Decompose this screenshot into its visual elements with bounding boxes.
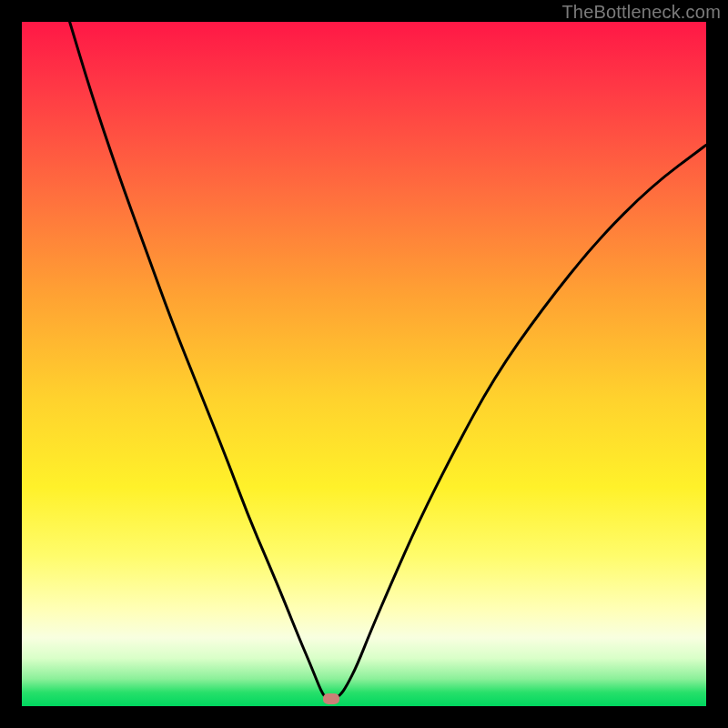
curve-svg (22, 22, 706, 706)
chart-frame: TheBottleneck.com (0, 0, 728, 728)
minimum-marker (323, 693, 339, 704)
plot-area (22, 22, 706, 706)
watermark-text: TheBottleneck.com (561, 2, 721, 23)
curve-line (70, 22, 706, 698)
